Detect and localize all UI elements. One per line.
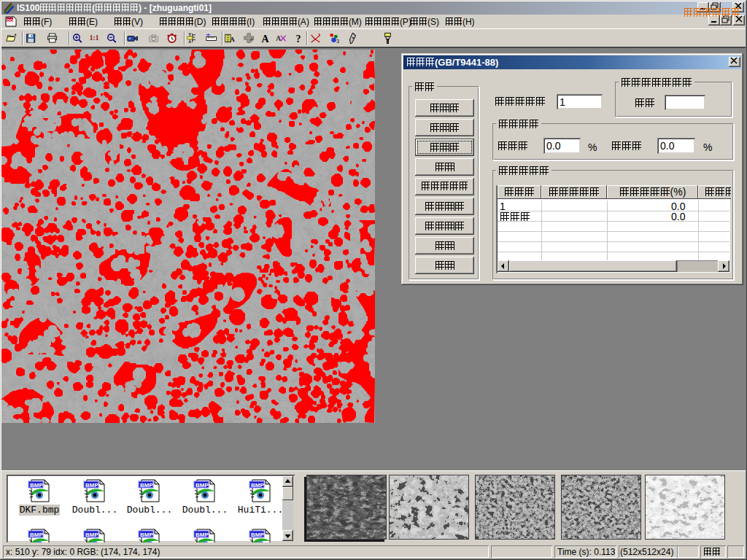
svg-text:1:1: 1:1	[90, 34, 99, 42]
svg-text:A: A	[262, 34, 270, 44]
svg-text:BMP: BMP	[85, 482, 98, 489]
svg-text:BMP: BMP	[196, 482, 209, 489]
svg-text:?: ?	[296, 34, 301, 44]
svg-text:BMP: BMP	[251, 482, 264, 489]
svg-text:BMP: BMP	[140, 532, 153, 538]
svg-text:BMP: BMP	[251, 532, 264, 538]
svg-text:A: A	[230, 36, 235, 43]
svg-text:BMP: BMP	[85, 532, 98, 538]
svg-text:DOC: DOC	[7, 18, 16, 23]
svg-text:3: 3	[336, 39, 339, 44]
svg-text:BMP: BMP	[140, 482, 153, 489]
svg-text:BMP: BMP	[30, 532, 43, 538]
svg-text:BMP: BMP	[30, 482, 43, 489]
svg-text:BMP: BMP	[196, 532, 209, 538]
